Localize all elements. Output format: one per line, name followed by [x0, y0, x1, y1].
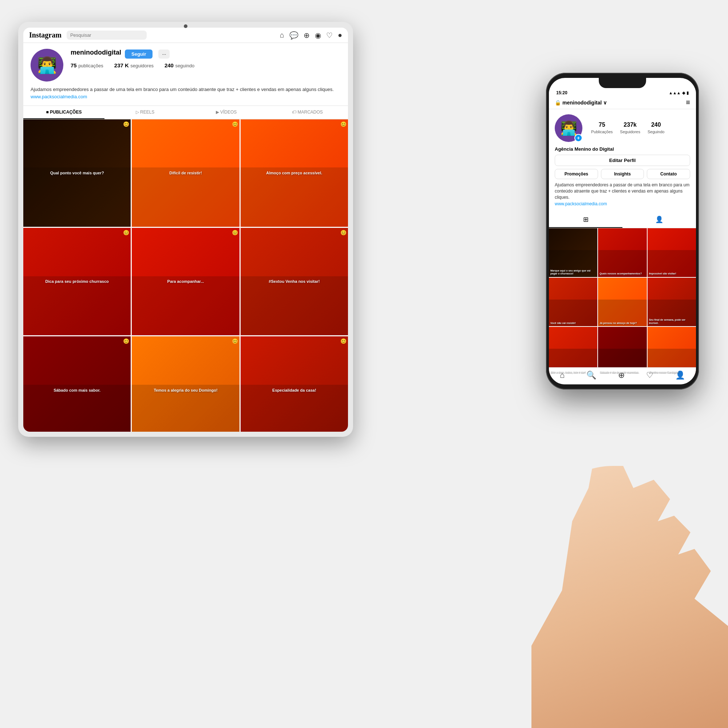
mob-bio: Ajudamos empreendedores a passar de uma …	[555, 182, 690, 200]
mob-followers-stat: 237k Seguidores	[620, 122, 640, 135]
tablet-device: Instagram ⌂ 💬 ⊕ ◉ ♡ ● 👨‍💻	[18, 22, 353, 437]
add-icon[interactable]: ⊕	[304, 31, 310, 40]
mob-avatar: 👨‍💻 +	[555, 114, 583, 142]
ig-stats: 75 publicações 237 K seguidores 240 segu…	[70, 62, 341, 69]
avatar-emoji: 👨‍💻	[37, 56, 57, 75]
heart-icon[interactable]: ♡	[326, 31, 333, 40]
mob-bottom-nav: ⌂ 🔍 ⊕ ♡ 👤	[549, 367, 696, 384]
hand-silhouette	[531, 466, 728, 728]
wifi-icon: ◈	[682, 91, 685, 95]
edit-profile-button[interactable]: Editar Perfil	[555, 155, 690, 166]
status-right: ▲▲▲ ◈ ▮	[669, 91, 689, 95]
mob-grid-item-2[interactable]: Impossível são visitar!	[648, 228, 696, 277]
mob-link[interactable]: www.packsocialmedia.com	[555, 201, 607, 206]
nav-search-icon[interactable]: 🔍	[586, 370, 596, 380]
grid-item-5[interactable]: #Sextou Venha nos visitar! 😊	[241, 228, 348, 335]
insights-button[interactable]: Insights	[601, 169, 644, 179]
grid-icon: ⊞	[583, 216, 589, 223]
tablet-camera	[184, 24, 187, 28]
mob-posts-stat: 75 Publicações	[591, 122, 613, 135]
mob-grid-item-5[interactable]: Seu final de semana, pode ser incrível.	[648, 278, 696, 326]
follow-button[interactable]: Seguir	[125, 49, 153, 59]
grid-item-3[interactable]: Dica para seu próximo churrasco 😊	[23, 228, 131, 335]
tagged-icon: 👤	[655, 216, 663, 223]
mob-ig-header: 🔒 meninododigital ∨ ≡	[549, 96, 696, 109]
ig-grid: Qual ponto você mais quer? 😊 Difícil de …	[23, 119, 348, 432]
contact-button[interactable]: Contato	[647, 169, 690, 179]
home-icon[interactable]: ⌂	[280, 31, 284, 40]
grid-item-8[interactable]: Especialidade da casa! 😊	[241, 336, 348, 432]
chevron-icon: ∨	[603, 100, 607, 106]
promotions-button[interactable]: Promoções	[555, 169, 598, 179]
ig-username: meninododigital	[70, 49, 121, 57]
messenger-icon[interactable]: 💬	[289, 31, 298, 40]
tablet-screen: Instagram ⌂ 💬 ⊕ ◉ ♡ ● 👨‍💻	[23, 28, 348, 432]
tab-publicacoes[interactable]: ■ PUBLICAÇÕES	[23, 106, 104, 119]
posts-stat: 75 publicações	[70, 62, 103, 69]
mob-grid: Marque aqui o seu amigo que vai pagar o …	[549, 228, 696, 375]
scene: Instagram ⌂ 💬 ⊕ ◉ ♡ ● 👨‍💻	[0, 0, 728, 728]
grid-item-0[interactable]: Qual ponto você mais quer? 😊	[23, 119, 131, 227]
mob-tab-tagged[interactable]: 👤	[622, 212, 696, 228]
ig-profile-top: 👨‍💻 meninododigital Seguir ··· 75 public…	[31, 49, 341, 81]
search-input[interactable]	[67, 31, 147, 40]
lock-icon: 🔒	[555, 100, 561, 106]
signal-icon: ▲▲▲	[669, 91, 681, 95]
grid-item-1[interactable]: Difícil de resistir! 😊	[132, 119, 239, 227]
explore-icon[interactable]: ◉	[315, 31, 321, 40]
phone-status: 15:20 ▲▲▲ ◈ ▮	[549, 88, 696, 96]
ig-profile-info: meninododigital Seguir ··· 75 publicaçõe…	[70, 49, 341, 69]
following-stat: 240 seguindo	[165, 62, 194, 69]
ig-tabs: ■ PUBLICAÇÕES ▷ REELS ▶ VÍDEOS 🏷 MARCADO…	[23, 106, 348, 119]
mob-grid-item-3[interactable]: Você não vai resistir!	[549, 278, 597, 326]
ig-header-icons: ⌂ 💬 ⊕ ◉ ♡ ●	[280, 31, 342, 40]
mob-profile-top: 👨‍💻 + 75 Publicações 237k Seguidores	[555, 114, 690, 142]
mob-stats: 75 Publicações 237k Seguidores 240 Segui…	[591, 122, 664, 135]
phone-screen: 15:20 ▲▲▲ ◈ ▮ 🔒 meninododigital ∨ ≡	[549, 78, 696, 384]
avatar: 👨‍💻	[31, 49, 63, 81]
add-avatar-button[interactable]: +	[574, 134, 583, 142]
ig-link[interactable]: www.packsocialmedia.com	[31, 94, 87, 99]
hamburger-icon[interactable]: ≡	[686, 98, 690, 107]
mob-display-name: Agência Menino do Digital	[555, 146, 690, 152]
tab-marcados[interactable]: 🏷 MARCADOS	[267, 106, 348, 119]
tab-videos[interactable]: ▶ VÍDEOS	[186, 106, 267, 119]
grid-item-4[interactable]: Para acompanhar... 😊	[132, 228, 239, 335]
mob-profile-section: 👨‍💻 + 75 Publicações 237k Seguidores	[549, 109, 696, 212]
mob-avatar-emoji: 👨‍💻	[560, 120, 577, 136]
status-time: 15:20	[556, 90, 567, 95]
mob-tab-grid[interactable]: ⊞	[549, 212, 622, 228]
ig-bio: Ajudamos empreendedores a passar de uma …	[31, 86, 341, 93]
mob-grid-item-1[interactable]: Quais nossos acompanhamentos?	[598, 228, 647, 277]
grid-item-7[interactable]: Temos a alegria do seu Domingo! 😊	[132, 336, 239, 432]
mob-grid-item-4[interactable]: Já pensou no almoço de hoje?	[598, 278, 647, 326]
battery-icon: ▮	[687, 91, 689, 95]
phone-device: 15:20 ▲▲▲ ◈ ▮ 🔒 meninododigital ∨ ≡	[546, 73, 699, 390]
mob-tabs: ⊞ 👤	[549, 212, 696, 228]
phone-frame: 15:20 ▲▲▲ ◈ ▮ 🔒 meninododigital ∨ ≡	[546, 73, 699, 390]
ig-header: Instagram ⌂ 💬 ⊕ ◉ ♡ ●	[23, 28, 348, 43]
mob-following-stat: 240 Seguindo	[648, 122, 665, 135]
tab-reels[interactable]: ▷ REELS	[104, 106, 186, 119]
mob-grid-item-0[interactable]: Marque aqui o seu amigo que vai pagar o …	[549, 228, 597, 277]
profile-icon[interactable]: ●	[338, 31, 342, 40]
followers-stat: 237 K seguidores	[114, 62, 154, 69]
grid-item-2[interactable]: Almoço com preço acessível. 😊	[241, 119, 348, 227]
ig-profile: 👨‍💻 meninododigital Seguir ··· 75 public…	[23, 43, 348, 106]
more-button[interactable]: ···	[158, 49, 170, 59]
mob-action-buttons: Promoções Insights Contato	[555, 169, 690, 179]
ig-logo: Instagram	[29, 31, 61, 39]
mob-username-area: 🔒 meninododigital ∨	[555, 100, 607, 106]
grid-item-6[interactable]: Sábado com mais sabor. 😊	[23, 336, 131, 432]
phone-notch	[599, 78, 646, 88]
mob-username: meninododigital	[562, 100, 602, 106]
